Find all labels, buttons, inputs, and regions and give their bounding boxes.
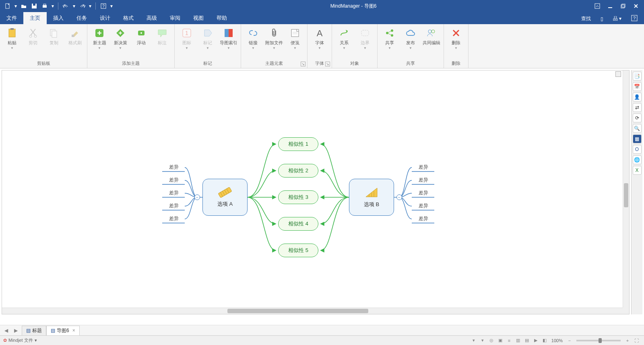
ribbon-btn-link[interactable]: 链接▼ xyxy=(244,26,263,52)
menu-tab-3[interactable]: 任务 xyxy=(70,12,93,24)
node-diff[interactable]: 差异 xyxy=(411,201,436,211)
node-similarity-3[interactable]: 相似性 3 xyxy=(278,190,318,204)
ribbon-btn-coedit[interactable]: 共同编辑 xyxy=(422,26,441,47)
node-similarity-5[interactable]: 相似性 5 xyxy=(278,244,318,257)
help-icon[interactable]: ? xyxy=(628,13,641,24)
view-gantt-icon[interactable]: ▥ xyxy=(514,337,522,344)
ribbon-toggle-icon[interactable] xyxy=(593,2,601,10)
node-diff[interactable]: 差异 xyxy=(161,162,186,172)
ribbon-btn-share[interactable]: 共享▼ xyxy=(380,26,399,52)
node-similarity-2[interactable]: 相似性 2 xyxy=(278,164,318,178)
window-layout-icon[interactable]: ▯ xyxy=(597,14,607,23)
view-schedule-icon[interactable]: ▤ xyxy=(523,337,530,344)
ribbon-btn-float-green[interactable]: 浮动 xyxy=(132,26,151,47)
group-launcher-icon[interactable]: ↘ xyxy=(325,62,330,66)
save-icon[interactable] xyxy=(30,2,39,10)
node-diff[interactable]: 差异 xyxy=(161,201,186,211)
side-web-icon[interactable]: 🌐 xyxy=(633,155,642,164)
ribbon-btn-font[interactable]: A字体▼ xyxy=(310,26,329,52)
zoom-out-icon[interactable]: − xyxy=(566,337,573,344)
minimize-icon[interactable] xyxy=(606,2,614,10)
status-dropdown-icon[interactable]: ▾ xyxy=(35,338,37,343)
zoom-label: 100% xyxy=(551,338,563,343)
ribbon-btn-index[interactable]: 导图索引▼ xyxy=(219,26,238,52)
zoom-in-icon[interactable]: + xyxy=(624,337,631,344)
restore-icon[interactable] xyxy=(619,2,627,10)
node-option-a[interactable]: 选项 A xyxy=(202,179,248,216)
sitemap-icon[interactable]: 品 ▾ xyxy=(610,14,625,24)
menu-tab-6[interactable]: 高级 xyxy=(140,12,163,24)
canvas-area[interactable]: 选项 A − 选项 B − 相似性 1相似性 2相似性 3相似性 4相似性 5 … xyxy=(2,70,630,314)
ribbon-btn-cloud[interactable]: 发布▼ xyxy=(401,26,420,52)
open-icon[interactable] xyxy=(19,2,28,10)
tab-next-icon[interactable]: ▶ xyxy=(12,327,19,334)
side-share-icon[interactable]: ⇄ xyxy=(633,103,642,112)
node-diff[interactable]: 差异 xyxy=(161,214,186,223)
print-icon[interactable] xyxy=(40,2,49,10)
ribbon-btn-paste[interactable]: 粘贴▼ xyxy=(2,26,22,52)
node-diff[interactable]: 差异 xyxy=(161,175,186,185)
chevron-down-icon[interactable]: ▾ xyxy=(14,2,18,10)
side-calendar-icon[interactable]: 📅 xyxy=(633,82,642,91)
chevron-down-icon[interactable]: ▾ xyxy=(109,2,114,10)
zoom-slider[interactable] xyxy=(576,340,621,341)
view-icons-icon[interactable]: ◧ xyxy=(541,337,548,344)
svg-rect-9 xyxy=(621,5,624,8)
ribbon-btn-delete[interactable]: 删除▼ xyxy=(446,26,466,52)
side-user-icon[interactable]: 👤 xyxy=(633,93,642,101)
workspace: 选项 A − 选项 B − 相似性 1相似性 2相似性 3相似性 4相似性 5 … xyxy=(0,68,644,316)
collapse-toggle-left[interactable]: − xyxy=(194,194,200,200)
node-option-b[interactable]: 选项 B xyxy=(349,179,394,216)
menu-tab-4[interactable]: 设计 xyxy=(93,12,117,24)
fit-icon[interactable]: ⛶ xyxy=(633,337,640,344)
side-outlook-icon[interactable]: O xyxy=(633,145,642,154)
undo-icon[interactable] xyxy=(62,2,70,10)
close-icon[interactable] xyxy=(632,2,640,10)
tab-close-icon[interactable]: × xyxy=(72,328,75,333)
doc-tab-1[interactable]: ▤导图6× xyxy=(46,326,80,335)
ribbon-btn-note[interactable]: 便笺▼ xyxy=(285,26,305,52)
group-launcher-icon[interactable]: ↘ xyxy=(301,62,305,66)
menu-tab-2[interactable]: 插入 xyxy=(47,12,70,24)
chevron-down-icon[interactable]: ▾ xyxy=(51,2,55,10)
node-diff[interactable]: 差异 xyxy=(411,162,436,172)
filter-icon[interactable]: ▾ xyxy=(470,337,477,344)
side-search-icon[interactable]: 🔍 xyxy=(633,124,642,133)
ribbon-btn-clip[interactable]: 附加文件▼ xyxy=(264,26,284,52)
ribbon-btn-diamond-green[interactable]: 新决策▼ xyxy=(111,26,130,52)
help-qat-icon[interactable]: ? xyxy=(99,2,108,10)
tab-prev-icon[interactable]: ◀ xyxy=(2,327,10,334)
node-diff[interactable]: 差异 xyxy=(411,214,436,223)
side-grid-icon[interactable]: ▦ xyxy=(633,134,642,143)
ribbon-btn-plus-green[interactable]: 新主题▼ xyxy=(90,26,109,52)
view-map-icon[interactable]: ▣ xyxy=(497,337,504,344)
filter2-icon[interactable]: ▾ xyxy=(479,337,486,344)
menu-tab-0[interactable]: 文件 xyxy=(0,12,23,24)
menu-tab-7[interactable]: 审阅 xyxy=(163,12,187,24)
chevron-down-icon[interactable]: ▾ xyxy=(72,2,76,10)
collapse-toggle-right[interactable]: − xyxy=(396,194,402,200)
menu-tab-8[interactable]: 视图 xyxy=(187,12,210,24)
search-menu[interactable]: 查找 xyxy=(578,14,594,24)
new-file-icon[interactable] xyxy=(3,2,12,10)
node-diff[interactable]: 差异 xyxy=(411,175,436,185)
menu-tab-5[interactable]: 格式 xyxy=(117,12,140,24)
view-presentation-icon[interactable]: ▶ xyxy=(532,337,539,344)
node-similarity-1[interactable]: 相似性 1 xyxy=(278,137,318,151)
chevron-down-icon[interactable]: ▾ xyxy=(88,2,92,10)
ribbon-btn-relation[interactable]: 关系▼ xyxy=(334,26,354,52)
horizontal-scrollbar[interactable] xyxy=(2,308,623,314)
side-refresh-icon[interactable]: ⟳ xyxy=(633,114,642,122)
node-diff[interactable]: 差异 xyxy=(411,188,436,198)
redo-icon[interactable] xyxy=(78,2,87,10)
node-similarity-4[interactable]: 相似性 4 xyxy=(278,217,318,231)
node-diff[interactable]: 差异 xyxy=(161,188,186,198)
menu-tab-1[interactable]: 主页 xyxy=(23,12,47,24)
vertical-scrollbar[interactable] xyxy=(623,70,629,308)
side-excel-icon[interactable]: X xyxy=(633,166,642,175)
menu-tab-9[interactable]: 帮助 xyxy=(210,12,233,24)
doc-tab-0[interactable]: ▤标题 xyxy=(22,326,46,335)
side-taskpane-icon[interactable]: 📑 xyxy=(633,72,642,81)
target-icon[interactable]: ◎ xyxy=(488,337,495,344)
view-outline-icon[interactable]: ≡ xyxy=(506,337,513,344)
